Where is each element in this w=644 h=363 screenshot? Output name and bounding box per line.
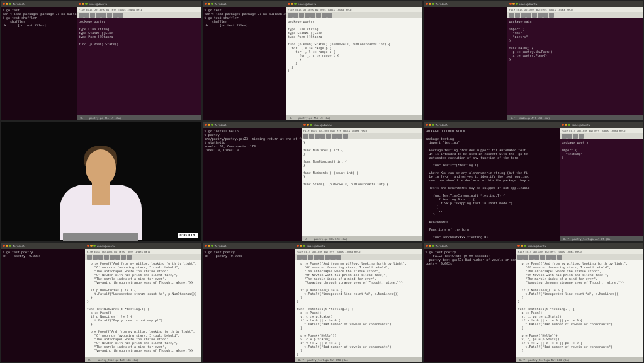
- toolbar[interactable]: [302, 133, 422, 139]
- emacs-titlebar[interactable]: emacs@ubuntu: [516, 243, 643, 249]
- maximize-icon[interactable]: [85, 3, 88, 5]
- new-icon[interactable]: [87, 255, 92, 260]
- terminal-titlebar[interactable]: Terminal: [424, 122, 560, 128]
- close-icon[interactable]: [288, 3, 290, 5]
- code-editor[interactable]: p := Poem{{"And from my pillow, looking …: [295, 260, 422, 357]
- code-editor[interactable]: package poetry type Line string type Sta…: [77, 18, 201, 115]
- maximize-icon[interactable]: [432, 3, 434, 5]
- minimize-icon[interactable]: [429, 3, 431, 5]
- terminal-titlebar[interactable]: Terminal: [424, 1, 507, 7]
- copy-icon[interactable]: [326, 134, 331, 139]
- minimize-icon[interactable]: [300, 245, 302, 247]
- paste-icon[interactable]: [316, 13, 321, 18]
- toolbar[interactable]: [295, 254, 422, 260]
- cut-icon[interactable]: [314, 255, 319, 260]
- toolbar[interactable]: [85, 254, 201, 260]
- terminal-output[interactable]: % go test can't load package: package .:…: [1, 7, 77, 120]
- new-icon[interactable]: [562, 134, 567, 139]
- close-icon[interactable]: [205, 3, 207, 5]
- code-editor[interactable]: package poetry type Line string type Sta…: [286, 18, 422, 115]
- maximize-icon[interactable]: [524, 245, 526, 247]
- emacs-titlebar[interactable]: emacs@ubuntu: [286, 1, 422, 7]
- maximize-icon[interactable]: [310, 124, 312, 126]
- maximize-icon[interactable]: [516, 3, 518, 5]
- minimize-icon[interactable]: [90, 245, 93, 247]
- cut-icon[interactable]: [305, 13, 310, 18]
- paste-icon[interactable]: [325, 255, 330, 260]
- terminal-output[interactable]: % go test poetry --- FAIL: TestStats (0.…: [424, 249, 516, 362]
- undo-icon[interactable]: [337, 134, 342, 139]
- menubar[interactable]: File Edit Options Buffers Tools Index He…: [77, 7, 201, 12]
- emacs-titlebar[interactable]: emacs@ubuntu: [85, 243, 201, 249]
- maximize-icon[interactable]: [211, 3, 213, 5]
- toolbar[interactable]: [516, 254, 643, 260]
- close-icon[interactable]: [517, 245, 520, 247]
- minimize-icon[interactable]: [208, 3, 210, 5]
- close-icon[interactable]: [87, 245, 89, 247]
- minimize-icon[interactable]: [565, 124, 567, 126]
- new-icon[interactable]: [509, 13, 514, 18]
- minimize-icon[interactable]: [6, 3, 8, 5]
- maximize-icon[interactable]: [211, 124, 213, 126]
- close-icon[interactable]: [79, 3, 81, 5]
- emacs-titlebar[interactable]: emacs@ubuntu: [507, 1, 644, 7]
- menubar[interactable]: File Edit Options Buffers Tools Index He…: [302, 128, 422, 133]
- close-icon[interactable]: [426, 3, 428, 5]
- cut-icon[interactable]: [579, 134, 584, 139]
- minimize-icon[interactable]: [208, 124, 210, 126]
- terminal-output[interactable]: % go install hello % poetry src/poetry/p…: [203, 128, 302, 241]
- toolbar[interactable]: [286, 12, 422, 18]
- close-icon[interactable]: [303, 124, 306, 126]
- terminal-titlebar[interactable]: Terminal: [1, 1, 77, 7]
- open-icon[interactable]: [309, 134, 314, 139]
- open-icon[interactable]: [302, 255, 307, 260]
- undo-icon[interactable]: [543, 13, 548, 18]
- search-icon[interactable]: [343, 134, 348, 139]
- code-editor[interactable]: p := Poem{{"And from my pillow, looking …: [516, 260, 643, 357]
- close-icon[interactable]: [426, 124, 428, 126]
- copy-icon[interactable]: [310, 13, 315, 18]
- search-icon[interactable]: [127, 255, 132, 260]
- maximize-icon[interactable]: [9, 3, 11, 5]
- terminal-output[interactable]: % go test can't load package: package .:…: [203, 7, 286, 120]
- toolbar[interactable]: [560, 133, 643, 139]
- open-icon[interactable]: [567, 134, 572, 139]
- close-icon[interactable]: [205, 245, 207, 247]
- new-icon[interactable]: [303, 134, 308, 139]
- maximize-icon[interactable]: [432, 124, 434, 126]
- close-icon[interactable]: [3, 245, 5, 247]
- save-icon[interactable]: [521, 13, 526, 18]
- menubar[interactable]: File Edit Options Buffers Tools Index He…: [516, 249, 643, 254]
- new-icon[interactable]: [297, 255, 302, 260]
- maximize-icon[interactable]: [303, 245, 305, 247]
- code-editor[interactable]: p := Poem{{"And from my pillow, looking …: [85, 260, 201, 357]
- save-icon[interactable]: [90, 13, 95, 18]
- terminal-output[interactable]: % go test poetry ok poetry 0.003s: [1, 249, 85, 362]
- emacs-titlebar[interactable]: emacs@ubuntu: [77, 1, 201, 7]
- paste-icon[interactable]: [107, 13, 112, 18]
- maximize-icon[interactable]: [9, 245, 11, 247]
- search-icon[interactable]: [336, 255, 341, 260]
- terminal-output[interactable]: [424, 7, 507, 120]
- save-icon[interactable]: [315, 134, 320, 139]
- terminal-titlebar[interactable]: Terminal: [203, 243, 295, 249]
- open-icon[interactable]: [293, 13, 298, 18]
- code-editor[interactable]: package poetry import ( "testing" ): [560, 139, 643, 236]
- terminal-titlebar[interactable]: Terminal: [203, 1, 286, 7]
- terminal-output[interactable]: PACKAGE DOCUMENTATION package testing im…: [424, 128, 560, 241]
- new-icon[interactable]: [288, 13, 293, 18]
- copy-icon[interactable]: [540, 255, 545, 260]
- toolbar[interactable]: [507, 12, 644, 18]
- cut-icon[interactable]: [534, 255, 539, 260]
- new-icon[interactable]: [517, 255, 523, 260]
- terminal-titlebar[interactable]: Terminal: [1, 243, 85, 249]
- menubar[interactable]: File Edit Options Buffers Tools Index He…: [507, 7, 644, 12]
- copy-icon[interactable]: [101, 13, 106, 18]
- open-icon[interactable]: [84, 13, 89, 18]
- cut-icon[interactable]: [96, 13, 101, 18]
- minimize-icon[interactable]: [291, 3, 293, 5]
- menubar[interactable]: File Edit Options Buffers Tools Index He…: [295, 249, 422, 254]
- close-icon[interactable]: [509, 3, 512, 5]
- emacs-titlebar[interactable]: emacs@ubuntu: [560, 122, 643, 128]
- emacs-titlebar[interactable]: emacs@ubuntu: [295, 243, 422, 249]
